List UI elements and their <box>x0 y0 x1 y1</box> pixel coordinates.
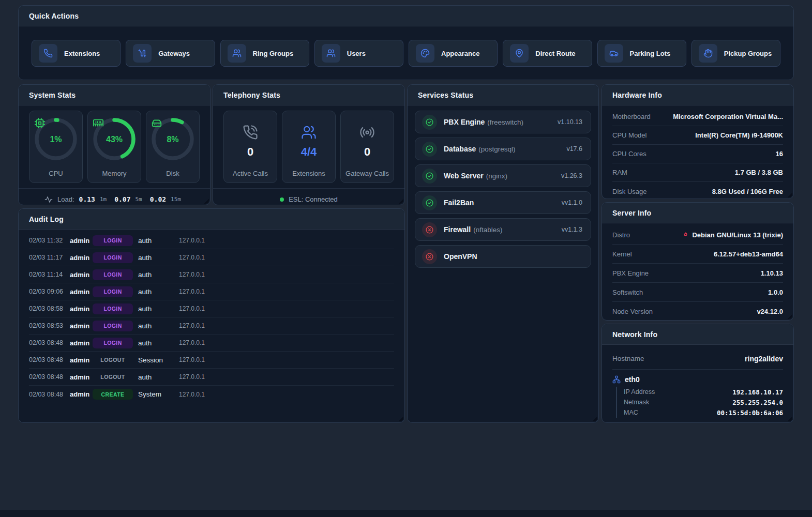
audit-row: 02/03 09:06 admin LOGIN auth 127.0.0.1 <box>29 283 394 300</box>
load-label: Load: <box>57 195 74 203</box>
service-version: v1.26.3 <box>561 172 582 179</box>
info-row-ram: RAM 1.7 GB / 3.8 GB <box>612 163 783 182</box>
info-value: 192.168.10.17 <box>732 388 783 396</box>
audit-time: 02/03 08:53 <box>29 322 70 329</box>
info-value: 00:15:5d:0b:6a:06 <box>717 409 783 417</box>
audit-ip: 127.0.0.1 <box>179 339 205 346</box>
audit-action-badge: LOGIN <box>93 235 133 246</box>
resize-handle[interactable] <box>787 416 792 421</box>
info-row-node-version: Node Version v24.12.0 <box>612 302 783 321</box>
load-15m-value: 0.02 <box>150 195 166 203</box>
quick-action-users[interactable]: Users <box>314 40 403 67</box>
audit-user: admin <box>70 288 93 296</box>
quick-action-gateways[interactable]: Gateways <box>126 40 215 67</box>
server-info-header: Server Info <box>602 203 793 223</box>
service-version: vv1.1.0 <box>562 199 582 206</box>
extensions-value: 4/4 <box>301 145 317 159</box>
info-row-disk-usage: Disk Usage 8.8G Used / 106G Free <box>612 182 783 201</box>
info-label: Distro <box>612 231 630 239</box>
cpu-gauge: 1% <box>34 117 78 161</box>
audit-user: admin <box>70 356 93 364</box>
service-subtitle: (nftables) <box>473 226 502 234</box>
memory-percent: 43% <box>106 135 123 144</box>
service-version: v17.6 <box>566 145 582 153</box>
quick-action-label: Extensions <box>64 50 100 57</box>
disk-gauge: 8% <box>151 117 194 161</box>
panel-title: Audit Log <box>29 215 64 223</box>
audit-row: 02/03 08:48 admin LOGOUT Session 127.0.0… <box>29 352 394 369</box>
panel-title: System Stats <box>29 91 76 99</box>
audit-time: 02/03 09:06 <box>29 288 70 295</box>
status-dot-icon <box>280 197 284 202</box>
quick-actions-header: Quick Actions <box>19 6 793 26</box>
audit-target: auth <box>138 237 179 245</box>
hostname-value: ring2alldev <box>745 355 783 363</box>
quick-action-label: Appearance <box>441 50 479 57</box>
audit-row: 02/03 11:17 admin LOGIN auth 127.0.0.1 <box>29 249 394 266</box>
service-version: vv1.1.3 <box>562 226 582 233</box>
service-row-fail2ban: Fail2Ban vv1.1.0 <box>415 191 591 214</box>
info-value: Debian GNU/Linux 13 (trixie) <box>692 231 783 239</box>
quick-action-label: Users <box>347 50 366 57</box>
hostname-row: Hostname ring2alldev <box>612 348 783 370</box>
system-stats-tiles: 1% CPU 43% Memory <box>19 105 210 183</box>
info-row-cpu-model: CPU Model Intel(R) Core(TM) i9-14900K <box>612 126 783 145</box>
service-row-openvpn: OpenVPN <box>415 245 591 268</box>
audit-row: 02/03 08:48 admin LOGOUT auth 127.0.0.1 <box>29 369 394 386</box>
services-status-panel: Services Status PBX Engine(freeswitch) v… <box>407 84 599 423</box>
quick-action-appearance[interactable]: Appearance <box>409 40 498 67</box>
service-row-pbx-engine: PBX Engine(freeswitch) v1.10.13 <box>415 111 591 133</box>
info-label: Softswitch <box>612 288 643 296</box>
map-pin-icon <box>510 44 529 63</box>
audit-user: admin <box>70 254 93 262</box>
audit-row: 02/03 08:48 admin LOGIN auth 127.0.0.1 <box>29 334 394 352</box>
interface-detail-list: IP Address 192.168.10.17 Netmask 255.255… <box>616 387 783 418</box>
info-row-motherboard: Motherboard Microsoft Corporation Virtua… <box>612 108 783 126</box>
audit-time: 02/03 11:17 <box>29 254 70 261</box>
info-label: Kernel <box>612 250 632 258</box>
load-1m-unit: 1m <box>100 196 107 203</box>
x-circle-icon <box>422 249 437 264</box>
disk-gauge-tile: 8% Disk <box>146 111 200 183</box>
info-row-cpu-cores: CPU Cores 16 <box>612 145 783 163</box>
audit-ip: 127.0.0.1 <box>179 373 205 381</box>
disk-percent: 8% <box>167 135 178 144</box>
quick-action-extensions[interactable]: Extensions <box>32 40 121 67</box>
resize-handle[interactable] <box>592 416 597 421</box>
system-stats-header: System Stats <box>19 85 210 105</box>
users-icon <box>322 44 340 63</box>
audit-user: admin <box>70 390 93 398</box>
page-bottom-strip <box>0 510 812 517</box>
service-name: PBX Engine <box>444 118 485 126</box>
quick-action-ring-groups[interactable]: Ring Groups <box>220 40 309 67</box>
quick-action-pickup-groups[interactable]: Pickup Groups <box>691 40 780 67</box>
check-circle-icon <box>422 142 437 157</box>
audit-log-panel: Audit Log 02/03 11:32 admin LOGIN auth 1… <box>18 208 405 423</box>
memory-gauge: 43% <box>93 117 136 161</box>
service-subtitle: (nginx) <box>486 172 507 180</box>
audit-action-badge: LOGIN <box>93 338 133 348</box>
audit-ip: 127.0.0.1 <box>179 254 205 261</box>
check-circle-icon <box>422 115 437 130</box>
audit-time: 02/03 08:48 <box>29 391 70 398</box>
interface-row-netmask: Netmask 255.255.254.0 <box>624 397 783 407</box>
phone-icon <box>39 44 57 63</box>
gauge-label: Memory <box>102 170 127 177</box>
quick-action-direct-route[interactable]: Direct Route <box>503 40 592 67</box>
service-subtitle: (freeswitch) <box>487 118 523 126</box>
users-icon <box>301 125 317 140</box>
audit-target: auth <box>138 339 179 347</box>
hardware-info-list: Motherboard Microsoft Corporation Virtua… <box>602 105 793 201</box>
resize-handle[interactable] <box>398 416 403 421</box>
audit-time: 02/03 11:14 <box>29 271 70 278</box>
audit-user: admin <box>70 339 93 347</box>
gateway-calls-value: 0 <box>364 145 370 159</box>
quick-action-parking-lots[interactable]: Parking Lots <box>597 40 686 67</box>
info-value: 1.0.0 <box>768 288 783 296</box>
gauge-label: Disk <box>166 170 179 177</box>
tile-label: Gateway Calls <box>345 170 389 177</box>
audit-time: 02/03 08:48 <box>29 339 70 346</box>
audit-ip: 127.0.0.1 <box>179 288 205 295</box>
load-average-row: Load: 0.131m 0.075m 0.0215m <box>19 188 210 210</box>
tile-label: Extensions <box>292 170 325 177</box>
